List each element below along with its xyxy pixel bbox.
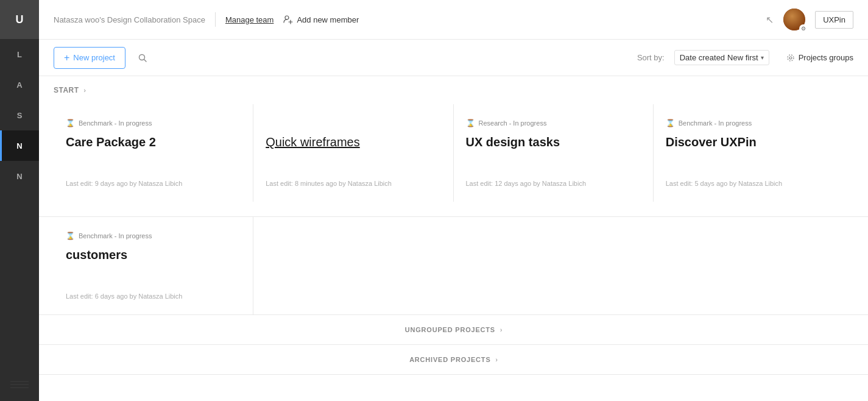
uxpin-button[interactable]: UXPin	[815, 11, 853, 29]
new-project-label: New project	[73, 53, 115, 62]
status-text: Research - In progress	[479, 119, 547, 127]
sidebar-item-label: N	[16, 172, 22, 181]
add-member-label: Add new member	[297, 15, 359, 24]
start-section-chevron[interactable]: ›	[84, 87, 86, 94]
projects-groups-button[interactable]: Projects groups	[786, 53, 853, 62]
header-divider	[215, 12, 216, 27]
sidebar-item-label: L	[17, 50, 22, 59]
project-status: ⌛ Benchmark - In progress	[66, 232, 241, 240]
project-name: UX design tasks	[466, 135, 641, 149]
ungrouped-chevron-icon: ›	[500, 327, 502, 333]
sidebar-decoration	[3, 372, 36, 401]
ungrouped-label: UNGROUPED PROJECTS	[405, 326, 495, 333]
add-member-button[interactable]: Add new member	[283, 15, 359, 24]
new-project-button[interactable]: + New project	[54, 47, 125, 69]
project-status: ⌛ Benchmark - In progress	[666, 119, 841, 127]
svg-point-9	[788, 55, 794, 61]
add-member-icon	[283, 15, 293, 24]
sort-field: Date created	[680, 53, 725, 62]
status-text: Benchmark - In progress	[79, 232, 152, 240]
sidebar-item-s[interactable]: S	[0, 100, 39, 130]
sidebar-item-label: N	[16, 141, 22, 151]
bottom-sections: UNGROUPED PROJECTS › ARCHIVED PROJECTS ›	[39, 315, 868, 375]
sidebar-item-l[interactable]: L	[0, 39, 39, 69]
user-avatar[interactable]: ⚙	[783, 9, 805, 30]
sidebar-item-n2[interactable]: N	[0, 161, 39, 191]
project-last-edit: Last edit: 5 days ago by Natasza Libich	[666, 180, 841, 187]
sidebar-item-label: A	[16, 80, 22, 90]
sort-label: Sort by:	[637, 53, 665, 62]
sidebar-item-n1[interactable]: N	[0, 130, 39, 161]
sidebar-user-avatar[interactable]: U	[0, 0, 39, 39]
status-text: Benchmark - In progress	[679, 119, 752, 127]
project-name: Discover UXPin	[666, 135, 841, 149]
sidebar-item-label: S	[17, 111, 23, 120]
project-name: customers	[66, 247, 241, 262]
hourglass-icon: ⌛	[466, 119, 475, 127]
archived-projects-row[interactable]: ARCHIVED PROJECTS ›	[39, 345, 868, 375]
project-last-edit: Last edit: 12 days ago by Natasza Libich	[466, 180, 641, 187]
project-card-customers[interactable]: ⌛ Benchmark - In progress customers Last…	[54, 217, 253, 314]
search-button[interactable]	[133, 48, 152, 68]
projects-grid: ⌛ Benchmark - In progress Care Package 2…	[39, 99, 868, 217]
toolbar: + New project Sort by: Date created New …	[39, 40, 868, 76]
ungrouped-projects-row[interactable]: UNGROUPED PROJECTS ›	[39, 315, 868, 345]
project-status: ⌛ Research - In progress	[466, 119, 641, 127]
cursor-icon: ↖	[766, 14, 774, 26]
project-name: Care Package 2	[66, 135, 241, 149]
workspace-name: Natasza woo's Design Collaboration Space	[54, 15, 205, 24]
gear-icon	[786, 54, 795, 62]
project-status: ⌛ Benchmark - In progress	[66, 119, 241, 127]
sort-dropdown[interactable]: Date created New first ▾	[674, 50, 769, 65]
settings-icon[interactable]: ⚙	[799, 24, 808, 33]
svg-point-3	[285, 16, 289, 20]
svg-line-7	[144, 59, 146, 62]
search-icon	[138, 53, 147, 63]
chevron-down-icon: ▾	[761, 54, 764, 61]
project-card-ux-design[interactable]: ⌛ Research - In progress UX design tasks…	[454, 104, 654, 202]
sidebar: U L A S N N	[0, 0, 39, 401]
sidebar-item-a[interactable]: A	[0, 69, 39, 100]
svg-point-8	[789, 57, 792, 59]
start-section-header: START ›	[39, 76, 868, 99]
sidebar-avatar-label: U	[16, 13, 24, 26]
archived-label: ARCHIVED PROJECTS	[409, 356, 490, 363]
archived-chevron-icon: ›	[496, 357, 498, 363]
content-area: START › ⌛ Benchmark - In progress Care P…	[39, 76, 868, 401]
project-card-care-package[interactable]: ⌛ Benchmark - In progress Care Package 2…	[54, 104, 253, 202]
project-last-edit: Last edit: 8 minutes ago by Natasza Libi…	[266, 180, 440, 187]
projects-row-2: ⌛ Benchmark - In progress customers Last…	[39, 217, 868, 315]
status-text: Benchmark - In progress	[79, 119, 152, 127]
project-last-edit: Last edit: 9 days ago by Natasza Libich	[66, 180, 241, 187]
manage-team-link[interactable]: Manage team	[225, 15, 274, 24]
plus-icon: +	[64, 52, 69, 63]
project-name: Quick wireframes	[266, 135, 440, 149]
hourglass-icon: ⌛	[66, 119, 75, 127]
project-card-discover-uxpin[interactable]: ⌛ Benchmark - In progress Discover UXPin…	[654, 104, 853, 202]
projects-groups-label: Projects groups	[799, 53, 853, 62]
main-content: Natasza woo's Design Collaboration Space…	[39, 0, 868, 401]
header: Natasza woo's Design Collaboration Space…	[39, 0, 868, 40]
hourglass-icon: ⌛	[666, 119, 675, 127]
project-card-quick-wireframes[interactable]: ⌛ placeholder Quick wireframes Last edit…	[253, 104, 453, 202]
sort-option: New first	[727, 53, 758, 62]
start-section-title: START	[54, 86, 79, 94]
project-last-edit: Last edit: 6 days ago by Natasza Libich	[66, 293, 241, 300]
hourglass-icon: ⌛	[66, 232, 75, 240]
